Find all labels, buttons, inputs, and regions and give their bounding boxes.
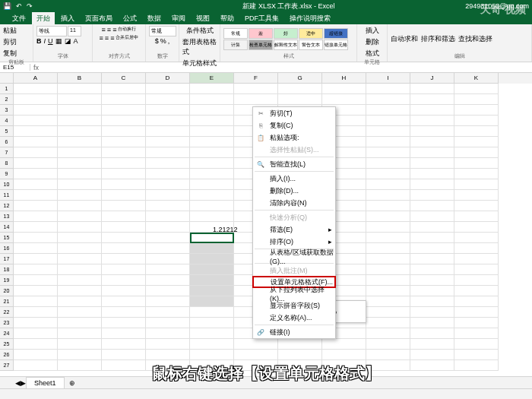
cell[interactable]	[14, 328, 58, 339]
ribbon-tab[interactable]: 操作说明搜索	[285, 12, 335, 25]
cell[interactable]	[14, 169, 58, 179]
cell[interactable]	[146, 169, 190, 179]
row-header[interactable]: 12	[0, 201, 14, 211]
cell[interactable]	[102, 254, 146, 264]
cell[interactable]	[14, 222, 58, 233]
ribbon-tab[interactable]: 帮助	[216, 12, 239, 25]
cell[interactable]	[146, 84, 190, 94]
cell[interactable]	[322, 84, 366, 94]
cell[interactable]	[190, 126, 234, 137]
style-cell[interactable]: 差	[249, 28, 273, 39]
cell[interactable]	[58, 84, 102, 94]
cell[interactable]	[14, 233, 58, 243]
cell[interactable]	[190, 116, 234, 126]
cell[interactable]	[410, 179, 454, 190]
style-cell[interactable]: 超链接	[324, 28, 348, 39]
cell[interactable]	[366, 179, 410, 190]
cell[interactable]	[454, 211, 499, 222]
style-cell[interactable]: 好	[274, 28, 298, 39]
cell[interactable]	[146, 318, 190, 328]
cell[interactable]	[102, 126, 146, 137]
cell[interactable]	[146, 179, 190, 190]
cell[interactable]	[454, 158, 499, 169]
ribbon-tab[interactable]: 文件	[8, 12, 30, 25]
cell-styles-button[interactable]: 单元格样式	[182, 59, 217, 68]
cell[interactable]	[102, 137, 146, 147]
cell[interactable]	[58, 307, 102, 318]
cell[interactable]	[190, 233, 234, 243]
align-bot-icon[interactable]: ≡	[112, 26, 116, 33]
style-cell[interactable]: 检查单元格	[249, 40, 273, 50]
ribbon-tab[interactable]: PDF工具集	[240, 12, 283, 25]
row-header[interactable]: 22	[0, 307, 14, 318]
cell[interactable]	[454, 222, 499, 233]
row-header[interactable]: 2	[0, 94, 14, 105]
row-header[interactable]: 9	[0, 169, 14, 179]
cell[interactable]	[146, 116, 190, 126]
cell[interactable]	[410, 264, 454, 275]
cell[interactable]	[58, 190, 102, 201]
cell[interactable]	[454, 254, 499, 264]
row-header[interactable]: 23	[0, 318, 14, 328]
cell[interactable]	[14, 147, 58, 158]
cell[interactable]	[454, 137, 499, 147]
style-cell[interactable]: 适中	[299, 28, 323, 39]
row-header[interactable]: 19	[0, 275, 14, 286]
align-center-icon[interactable]: ≡	[105, 34, 109, 42]
cell[interactable]	[234, 339, 278, 350]
cell[interactable]	[190, 286, 234, 296]
row-header[interactable]: 14	[0, 222, 14, 233]
cell[interactable]	[190, 201, 234, 211]
column-header[interactable]: C	[102, 73, 146, 84]
cell[interactable]	[102, 94, 146, 105]
cell[interactable]	[102, 158, 146, 169]
cell[interactable]	[58, 296, 102, 307]
cell[interactable]	[58, 179, 102, 190]
ribbon-tab[interactable]: 数据	[143, 12, 166, 25]
cell[interactable]	[102, 286, 146, 296]
cell[interactable]	[190, 296, 234, 307]
cell[interactable]	[58, 211, 102, 222]
cell[interactable]	[410, 105, 454, 116]
cell[interactable]	[58, 318, 102, 328]
align-mid-icon[interactable]: ≡	[107, 26, 111, 33]
find-button[interactable]: 查找和选择	[458, 34, 492, 44]
cell[interactable]	[14, 116, 58, 126]
cell[interactable]	[278, 94, 322, 105]
cell[interactable]	[454, 275, 499, 286]
cell[interactable]	[410, 201, 454, 211]
cell[interactable]	[190, 339, 234, 350]
cell[interactable]	[58, 339, 102, 350]
name-box[interactable]: E15	[0, 64, 30, 71]
format-button[interactable]: 格式	[366, 49, 379, 59]
cell[interactable]	[58, 275, 102, 286]
cell[interactable]	[102, 222, 146, 233]
ribbon-tab[interactable]: 视图	[192, 12, 214, 25]
redo-icon[interactable]: ↷	[27, 2, 33, 10]
cell[interactable]	[58, 105, 102, 116]
cell[interactable]	[146, 105, 190, 116]
cell[interactable]	[366, 254, 410, 264]
cell[interactable]	[14, 339, 58, 350]
cell[interactable]	[58, 328, 102, 339]
ribbon-tab[interactable]: 开始	[32, 12, 55, 25]
cell[interactable]	[322, 339, 366, 350]
cell[interactable]	[410, 339, 454, 350]
row-header[interactable]: 26	[0, 350, 14, 360]
cell[interactable]	[410, 147, 454, 158]
copy-button[interactable]: 复制	[3, 49, 17, 57]
cell[interactable]	[102, 179, 146, 190]
cell[interactable]	[366, 147, 410, 158]
cell[interactable]	[102, 296, 146, 307]
cell[interactable]	[58, 233, 102, 243]
cell[interactable]	[454, 286, 499, 296]
cell[interactable]	[146, 296, 190, 307]
column-header[interactable]: D	[146, 73, 190, 84]
column-header[interactable]: A	[14, 73, 58, 84]
cell[interactable]	[410, 116, 454, 126]
cell[interactable]	[146, 254, 190, 264]
wrap-button[interactable]: 自动换行	[118, 26, 136, 33]
cut-button[interactable]: 剪切	[3, 38, 17, 46]
cell[interactable]	[190, 211, 234, 222]
cell[interactable]	[454, 147, 499, 158]
